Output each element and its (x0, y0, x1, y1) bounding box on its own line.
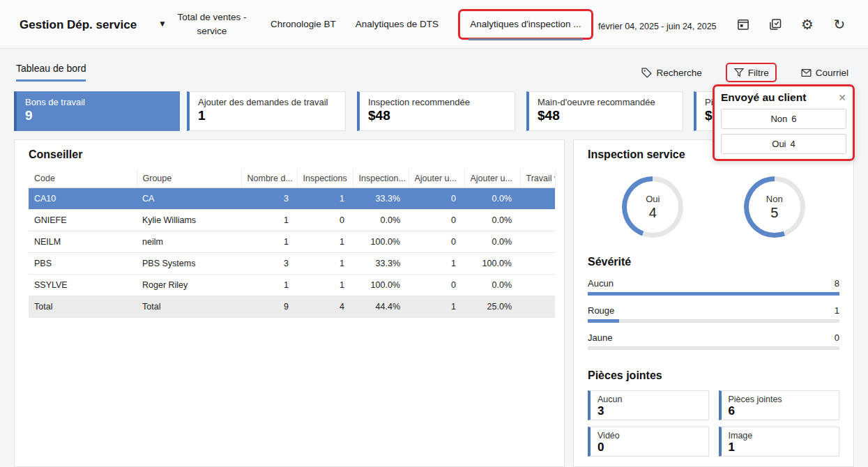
attachment-label: Pièces jointes (729, 395, 832, 404)
cell-inspection-pct: 33.3% (353, 188, 409, 210)
attachment-value: 3 (597, 404, 701, 418)
col-header-ajouter-2[interactable]: Ajouter u... (464, 169, 520, 188)
tag-icon (641, 67, 653, 79)
cell-ajouter-1: 0 (409, 210, 464, 231)
severity-label: Jaune (588, 332, 612, 343)
cell-ajouter-2: 0.0% (464, 231, 520, 253)
attachment-value: 1 (729, 441, 832, 454)
date-range[interactable]: février 04, 2025 - juin 24, 2025 (598, 22, 717, 31)
cell-groupe: Kylie Williams (137, 210, 241, 231)
filter-popup-envoye-au-client: Envoyé au client ✕ Non 6 Oui 4 (713, 84, 855, 161)
nav-item-total-ventes[interactable]: Total de ventes - service (173, 10, 251, 38)
toolbar-actions: Recherche Filtre Courriel (641, 63, 848, 82)
chevron-down-icon[interactable]: ▼ (158, 19, 167, 29)
donut-value: 4 (649, 205, 657, 221)
cell-ajouter-2: 25.0% (464, 296, 520, 318)
nav-item-label: Analytiques d'inspection ... (470, 19, 581, 29)
attachment-value: 0 (597, 441, 701, 454)
stat-card-main-doeuvre[interactable]: Main-d'oeuvre recommandée $48 (526, 91, 683, 131)
cell-travail (520, 296, 555, 318)
filter-label: Filtre (748, 68, 769, 78)
cell-inspections: 1 (297, 231, 353, 253)
cell-travail (520, 253, 555, 275)
donut-oui[interactable]: Oui 4 (622, 176, 683, 238)
nav-item-analytiques-dts[interactable]: Analytiques de DTS (356, 17, 439, 31)
tab-tableau-de-bord[interactable]: Tableau de bord (16, 63, 86, 82)
col-header-ajouter-1[interactable]: Ajouter u... (409, 169, 464, 188)
stat-label: Bons de travail (25, 97, 171, 107)
stat-card-demandes-travail[interactable]: Ajouter des demandes de travail 1 (187, 91, 346, 131)
cell-inspection-pct: 33.3% (353, 253, 409, 275)
attachments-grid: Aucun 3 Pièces jointes 6 Vidéo 0 Image 1 (588, 390, 839, 457)
refresh-icon[interactable]: ↻ (832, 17, 847, 32)
advisor-panel: Conseiller Code Groupe Nombre d... Inspe… (14, 139, 565, 467)
donut-value: 5 (770, 205, 778, 221)
stat-card-inspection-recommendee[interactable]: Inspection recommendée $48 (357, 91, 515, 131)
table-row[interactable]: GNIEFE Kylie Williams 1 0 0.0% 0 0.0% (29, 210, 555, 231)
col-header-inspections[interactable]: Inspections (297, 169, 353, 188)
cell-ajouter-1: 1 (409, 253, 464, 275)
cell-ajouter-2: 0.0% (464, 275, 520, 296)
donut-non[interactable]: Non 5 (744, 176, 805, 238)
attachments-title: Pièces jointes (588, 369, 839, 382)
active-tab-underline (469, 38, 582, 40)
cell-nombre: 3 (241, 253, 297, 275)
cell-inspections: 1 (297, 188, 353, 210)
calendar-icon[interactable] (736, 17, 751, 32)
option-count: 6 (791, 114, 796, 124)
search-label: Recherche (656, 68, 701, 78)
stat-card-bons-de-travail[interactable]: Bons de travail 9 (14, 91, 180, 131)
cell-nombre: 9 (241, 296, 297, 318)
severity-value: 8 (835, 278, 839, 289)
col-header-travail[interactable]: Travail v (520, 169, 555, 188)
email-button[interactable]: Courriel (800, 67, 848, 79)
table-row[interactable]: PBS PBS Systems 3 1 33.3% 1 100.0% (29, 253, 555, 275)
severity-title: Sévérité (588, 256, 839, 268)
cell-travail (520, 231, 555, 253)
col-header-groupe[interactable]: Groupe (137, 169, 241, 188)
stat-value: $48 (538, 108, 674, 123)
table-row[interactable]: SSYLVE Roger Riley 1 1 100.0% 0 0.0% (29, 275, 555, 296)
table-row[interactable]: CA10 CA 3 1 33.3% 0 0.0% (29, 188, 555, 210)
filter-button[interactable]: Filtre (726, 63, 777, 82)
attachment-label: Aucun (597, 395, 701, 404)
attachment-card-image[interactable]: Image 1 (719, 427, 840, 457)
popup-option-non[interactable]: Non 6 (721, 109, 846, 129)
cell-ajouter-1: 0 (409, 231, 464, 253)
cell-groupe: PBS Systems (137, 253, 241, 275)
cell-inspection-pct: 0.0% (353, 210, 409, 231)
stat-label: Main-d'oeuvre recommandée (538, 97, 674, 107)
close-icon[interactable]: ✕ (838, 93, 846, 102)
search-button[interactable]: Recherche (641, 67, 701, 79)
settings-gear-icon[interactable]: ⚙ (800, 17, 815, 32)
option-count: 4 (791, 139, 795, 149)
severity-label: Aucun (588, 278, 614, 289)
nav-item-analytiques-inspection[interactable]: Analytiques d'inspection ... (458, 9, 593, 40)
cell-inspections: 4 (297, 296, 353, 318)
cell-code: Total (29, 296, 137, 318)
tasks-check-icon[interactable] (768, 17, 783, 32)
severity-bar-jaune: Jaune 0 (588, 332, 839, 350)
col-header-inspection-pct[interactable]: Inspection... (353, 169, 409, 188)
attachment-card-aucun[interactable]: Aucun 3 (588, 390, 709, 420)
cell-travail (520, 188, 555, 210)
envelope-icon (800, 67, 812, 79)
cell-travail (520, 210, 555, 231)
cell-groupe: neilm (137, 231, 241, 253)
nav-item-chronologie-bt[interactable]: Chronologie BT (271, 17, 336, 31)
cell-code: NEILM (29, 231, 137, 253)
attachment-card-pieces-jointes[interactable]: Pièces jointes 6 (719, 390, 840, 420)
severity-bar-fill (588, 319, 619, 323)
cell-nombre: 1 (241, 210, 297, 231)
col-header-nombre[interactable]: Nombre d... (241, 169, 297, 188)
attachment-card-video[interactable]: Vidéo 0 (588, 427, 709, 457)
cell-ajouter-2: 0.0% (464, 188, 520, 210)
stat-value: 1 (198, 108, 337, 123)
table-row[interactable]: NEILM neilm 1 1 100.0% 0 0.0% (29, 231, 555, 253)
donut-label: Non (766, 194, 783, 204)
stat-label: Inspection recommendée (368, 97, 506, 107)
popup-option-oui[interactable]: Oui 4 (721, 134, 846, 154)
cell-inspection-pct: 100.0% (353, 275, 409, 296)
col-header-code[interactable]: Code (29, 169, 137, 188)
email-label: Courriel (816, 68, 848, 78)
